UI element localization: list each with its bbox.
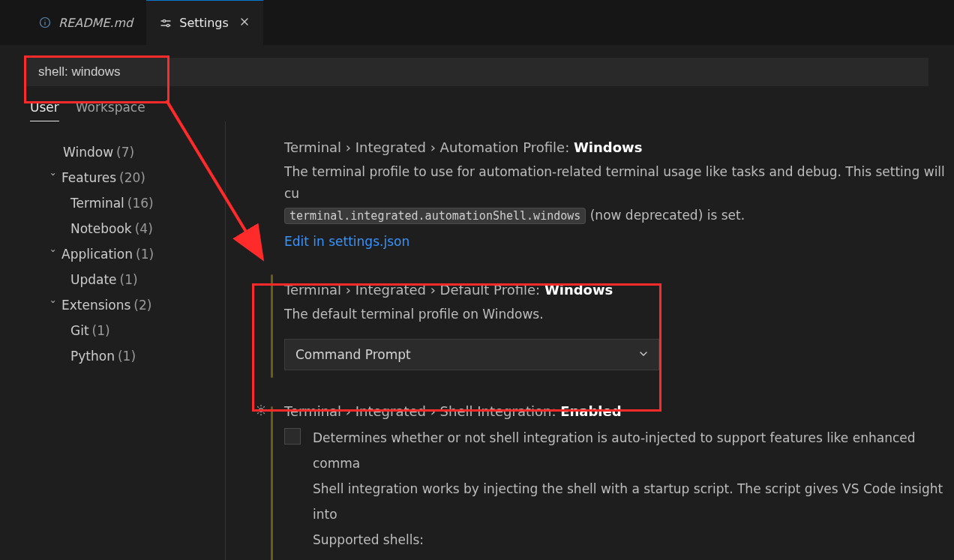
code-literal: terminal.integrated.automationShell.wind… [284, 208, 586, 224]
settings-search-wrap [0, 46, 954, 86]
svg-point-9 [260, 408, 263, 412]
tree-git[interactable]: Git(1) [0, 318, 225, 343]
chevron-down-icon: › [44, 300, 62, 313]
modified-indicator [271, 406, 273, 560]
tree-python[interactable]: Python(1) [0, 343, 225, 369]
sliders-icon [160, 17, 172, 29]
shell-integration-checkbox[interactable] [284, 428, 301, 445]
svg-point-2 [44, 19, 45, 20]
settings-search-input[interactable] [37, 64, 917, 80]
tab-settings[interactable]: Settings [146, 0, 263, 45]
tree-window[interactable]: Window(7) [0, 139, 225, 165]
setting-automation-profile-windows: Terminal › Integrated › Automation Profi… [271, 139, 954, 249]
tree-terminal[interactable]: Terminal(16) [0, 190, 225, 216]
tree-extensions[interactable]: ›Extensions(2) [0, 292, 225, 318]
settings-tree: Window(7) ›Features(20) Terminal(16) Not… [0, 121, 226, 560]
info-icon [39, 16, 51, 28]
chevron-down-icon: › [44, 249, 62, 262]
chevron-down-icon: › [44, 172, 62, 186]
tree-application[interactable]: ›Application(1) [0, 241, 225, 267]
chevron-down-icon [639, 349, 648, 361]
setting-description: The terminal profile to use for automati… [284, 161, 954, 226]
setting-default-profile-windows: Terminal › Integrated › Default Profile:… [271, 271, 954, 381]
settings-scope: User Workspace [0, 86, 954, 121]
setting-shell-integration-enabled: Terminal › Integrated › Shell Integratio… [271, 403, 954, 560]
svg-point-6 [167, 24, 170, 26]
settings-search[interactable] [26, 58, 928, 86]
setting-title: Terminal › Integrated › Shell Integratio… [284, 403, 954, 419]
setting-description: The default terminal profile on Windows. [284, 304, 954, 325]
supported-shell-item: Linux/macOS: bash, fish, pwsh, zsh [341, 557, 954, 560]
setting-title: Terminal › Integrated › Automation Profi… [284, 139, 954, 155]
tree-update[interactable]: Update(1) [0, 267, 225, 292]
close-icon[interactable] [239, 16, 250, 30]
tree-features[interactable]: ›Features(20) [0, 165, 225, 190]
settings-content: Window(7) ›Features(20) Terminal(16) Not… [0, 121, 954, 560]
scope-workspace[interactable]: Workspace [76, 100, 146, 121]
tab-readme[interactable]: README.md [0, 0, 146, 45]
dropdown-value: Command Prompt [296, 347, 411, 362]
setting-title: Terminal › Integrated › Default Profile:… [284, 282, 954, 298]
tab-settings-label: Settings [179, 16, 229, 30]
modified-indicator [271, 274, 273, 378]
gear-icon[interactable] [254, 403, 268, 420]
settings-list: Terminal › Integrated › Automation Profi… [226, 121, 954, 560]
edit-in-settings-json-link[interactable]: Edit in settings.json [284, 234, 410, 249]
default-profile-dropdown[interactable]: Command Prompt [284, 339, 659, 370]
tree-notebook[interactable]: Notebook(4) [0, 216, 225, 241]
setting-description: Determines whether or not shell integrat… [313, 425, 954, 560]
scope-user[interactable]: User [30, 100, 59, 121]
svg-point-4 [164, 19, 166, 22]
tab-bar: README.md Settings [0, 0, 954, 46]
tab-readme-label: README.md [58, 16, 133, 30]
